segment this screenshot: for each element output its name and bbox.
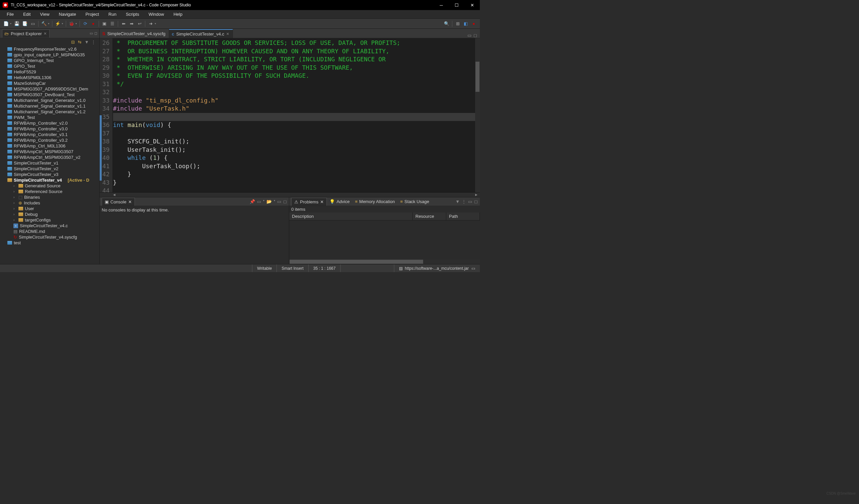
problems-tab[interactable]: ⚠ Problems ✕ (291, 198, 327, 206)
stop-icon[interactable]: ● (90, 20, 97, 28)
project-tree[interactable]: FrequencyResponseTester_v2.6gpio_input_c… (0, 46, 99, 264)
column-path[interactable]: Path (446, 212, 480, 220)
minimize-button[interactable]: ─ (434, 0, 449, 10)
terminal-icon[interactable]: ▣ (101, 20, 108, 28)
menu-scripts[interactable]: Scripts (121, 11, 144, 18)
debug-icon[interactable]: 🐞 (68, 20, 75, 28)
minimize-view-icon[interactable]: ▭ (468, 199, 472, 204)
tree-project[interactable]: MSPM0G3507_AD9959DDSCtrl_Dem (1, 86, 99, 92)
code-area[interactable]: * PROCUREMENT OF SUBSTITUTE GOODS OR SER… (112, 38, 480, 192)
flash-icon[interactable]: ⚡ (54, 20, 61, 28)
perspective-icon[interactable]: ⊞ (454, 20, 462, 28)
search-icon[interactable]: 🔍 (443, 20, 450, 28)
tree-project[interactable]: SimpleCircuitTester_v3 (1, 172, 99, 177)
tree-project[interactable]: RFWBAmp_Controller_v2.0 (1, 120, 99, 126)
nav-up-icon[interactable]: ↩ (136, 20, 143, 28)
tree-project[interactable]: MSPM0G3507_DevBoard_Test (1, 92, 99, 97)
tree-project[interactable]: PWM_Test (1, 115, 99, 120)
column-description[interactable]: Description (289, 212, 413, 220)
menu-run[interactable]: Run (104, 11, 121, 18)
tree-project[interactable]: test (1, 240, 99, 246)
menu-edit[interactable]: Edit (18, 11, 35, 18)
perspective-ccs-icon[interactable]: ◧ (462, 20, 469, 28)
tree-project[interactable]: GPIO_Test (1, 63, 99, 69)
close-icon[interactable]: ✕ (128, 200, 132, 204)
status-writable[interactable]: Writable (252, 264, 276, 272)
nav-back-icon[interactable]: ⬅ (120, 20, 127, 28)
minimize-view-icon[interactable]: ▭ (467, 33, 471, 38)
tree-project-active[interactable]: SimpleCircuitTester_v4 [Active - D (1, 177, 99, 183)
tree-project[interactable]: HelloMSPM0L1306 (1, 75, 99, 80)
maximize-button[interactable]: ☐ (449, 0, 464, 10)
tree-project[interactable]: Multichannel_Signal_Generator_v1.2 (1, 109, 99, 115)
expand-arrow-icon[interactable]: › (13, 207, 17, 210)
maximize-view-icon[interactable]: ◻ (473, 33, 477, 38)
tree-project[interactable]: SimpleCircuitTester_v1 (1, 160, 99, 166)
expand-arrow-icon[interactable]: › (13, 184, 17, 188)
tree-project[interactable]: RFWBAmpCtrl_MSPM0G3507_v2 (1, 155, 99, 160)
save-icon[interactable]: 💾 (13, 20, 20, 28)
menu-window[interactable]: Window (144, 11, 169, 18)
filter-icon[interactable]: ▼ (85, 40, 90, 45)
tree-child[interactable]: ›⬚Binaries (1, 194, 99, 200)
maximize-view-icon[interactable]: ◻ (94, 31, 97, 35)
close-button[interactable]: ✕ (464, 0, 480, 10)
tree-child[interactable]: ›⊕Includes (1, 200, 99, 206)
tree-project[interactable]: SimpleCircuitTester_v2 (1, 166, 99, 172)
editor-vertical-scrollbar[interactable] (475, 38, 480, 192)
menu-project[interactable]: Project (81, 11, 104, 18)
tree-child[interactable]: ›Referenced Source (1, 189, 99, 194)
tree-project[interactable]: RFWBAmp_Controller_v3.2 (1, 137, 99, 143)
memory-allocation-tab[interactable]: ≡ Memory Allocation (352, 198, 397, 205)
expand-arrow-icon[interactable]: › (13, 218, 17, 222)
minimize-view-icon[interactable]: ▭ (277, 199, 281, 204)
tree-project[interactable]: FrequencyResponseTester_v2.6 (1, 46, 99, 52)
tree-child[interactable]: ›User (1, 206, 99, 211)
tree-project[interactable]: Multichannel_Signal_Generator_v1.0 (1, 97, 99, 103)
forward-icon[interactable]: ➜ (147, 20, 154, 28)
stack-usage-tab[interactable]: ≡ Stack Usage (397, 198, 432, 205)
tree-project[interactable]: RFWBAmp_Controller_v3.0 (1, 126, 99, 132)
refresh-icon[interactable]: ⟳ (81, 20, 89, 28)
nav-forward-icon[interactable]: ➡ (128, 20, 135, 28)
display-icon[interactable]: ▭ (257, 199, 261, 204)
expand-arrow-icon[interactable]: › (13, 190, 17, 193)
status-insert-mode[interactable]: Smart Insert (276, 264, 308, 272)
tree-child[interactable]: ›targetConfigs (1, 217, 99, 223)
pin-icon[interactable]: 📌 (250, 199, 255, 204)
editor-body[interactable]: 26272829303132333435363738394041424344 *… (100, 38, 480, 192)
list-icon[interactable]: ☰ (109, 20, 116, 28)
menu-icon[interactable]: ⋮ (91, 40, 97, 45)
menu-icon[interactable]: ⋮ (462, 199, 466, 204)
save-all-icon[interactable]: 📑 (21, 20, 29, 28)
status-cursor-position[interactable]: 35 : 1 : 1667 (308, 264, 341, 272)
menu-help[interactable]: Help (169, 11, 187, 18)
tree-project[interactable]: RFWBAmpCtrl_MSPM0G3507 (1, 149, 99, 155)
new-console-icon[interactable]: 📂 (267, 199, 272, 204)
tree-project[interactable]: HelloF5529 (1, 69, 99, 75)
perspective-debug-icon[interactable]: ● (470, 20, 478, 28)
tree-project[interactable]: RFWBAmp_Ctrl_M0L1306 (1, 143, 99, 149)
tree-child[interactable]: cSimpleCircuitTester_v4.c (1, 223, 99, 229)
expand-arrow-icon[interactable]: › (13, 212, 17, 216)
expand-arrow-icon[interactable]: › (13, 201, 17, 205)
maximize-view-icon[interactable]: ◻ (474, 199, 478, 204)
tree-project[interactable]: MazeSolvingCar (1, 80, 99, 86)
editor-tab[interactable]: SSimpleCircuitTester_v4.syscfg (100, 29, 169, 38)
new-icon[interactable]: 📄 (2, 20, 10, 28)
tree-child[interactable]: ▤README.md (1, 229, 99, 234)
tree-project[interactable]: gpio_input_capture_LP_MSPM0G35 (1, 52, 99, 58)
expand-arrow-icon[interactable]: › (13, 195, 17, 199)
toggle-icon[interactable]: ▭ (29, 20, 36, 28)
maximize-view-icon[interactable]: ◻ (283, 199, 287, 204)
build-icon[interactable]: 🔨 (40, 20, 48, 28)
tree-child[interactable]: ↻SimpleCircuitTester_v4.syscfg (1, 234, 99, 240)
minimize-view-icon[interactable]: ▭ (90, 31, 93, 35)
menu-file[interactable]: File (2, 11, 18, 18)
editor-tab[interactable]: cSimpleCircuitTester_v4.c✕ (169, 29, 233, 38)
advice-tab[interactable]: 💡 Advice (327, 198, 352, 205)
console-tab[interactable]: ▣ Console ✕ (102, 198, 135, 206)
filter-icon[interactable]: ▼ (455, 199, 460, 204)
menu-view[interactable]: View (35, 11, 54, 18)
link-icon[interactable]: ⇆ (78, 40, 83, 45)
